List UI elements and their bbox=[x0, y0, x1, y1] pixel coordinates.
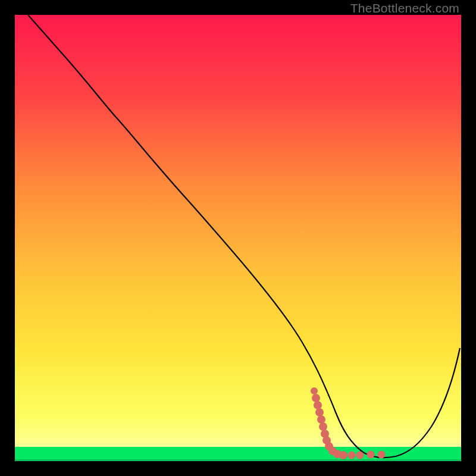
svg-point-4 bbox=[317, 415, 325, 424]
plot-svg bbox=[15, 15, 461, 461]
svg-point-13 bbox=[356, 452, 364, 459]
svg-point-12 bbox=[348, 452, 356, 459]
svg-point-14 bbox=[367, 451, 375, 459]
green-band-edge bbox=[15, 459, 461, 461]
svg-point-5 bbox=[319, 422, 327, 431]
svg-point-3 bbox=[315, 408, 324, 416]
svg-point-0 bbox=[311, 387, 318, 394]
svg-point-11 bbox=[339, 451, 347, 459]
svg-point-1 bbox=[312, 394, 320, 402]
plot-frame bbox=[15, 15, 461, 461]
plot-background bbox=[15, 15, 461, 461]
svg-point-15 bbox=[378, 451, 386, 459]
svg-point-2 bbox=[314, 401, 322, 409]
green-band bbox=[15, 447, 461, 461]
watermark-text: TheBottleneck.com bbox=[350, 1, 459, 15]
